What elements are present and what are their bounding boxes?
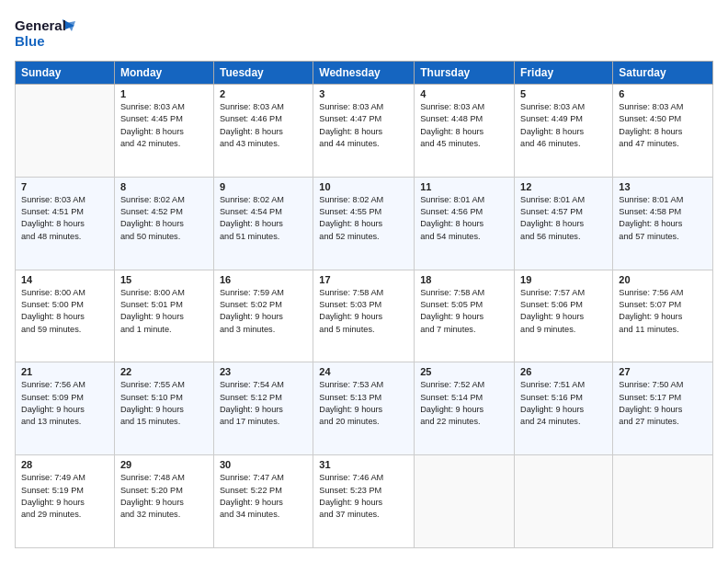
day-number: 22 <box>120 366 208 377</box>
day-number: 19 <box>520 274 607 285</box>
day-number: 23 <box>220 366 307 377</box>
day-cell: 22Sunrise: 7:55 AMSunset: 5:10 PMDayligh… <box>114 362 213 455</box>
day-cell: 25Sunrise: 7:52 AMSunset: 5:14 PMDayligh… <box>415 362 515 455</box>
day-number: 1 <box>120 88 208 99</box>
day-cell: 12Sunrise: 8:01 AMSunset: 4:57 PMDayligh… <box>515 177 613 270</box>
day-info: Sunrise: 8:03 AMSunset: 4:45 PMDaylight:… <box>120 101 208 150</box>
weekday-tuesday: Tuesday <box>213 62 313 85</box>
day-cell: 9Sunrise: 8:02 AMSunset: 4:54 PMDaylight… <box>213 177 313 270</box>
day-cell: 30Sunrise: 7:47 AMSunset: 5:22 PMDayligh… <box>213 455 313 548</box>
day-cell: 16Sunrise: 7:59 AMSunset: 5:02 PMDayligh… <box>213 270 313 362</box>
day-number: 8 <box>120 181 208 192</box>
day-info: Sunrise: 7:56 AMSunset: 5:07 PMDaylight:… <box>619 287 707 336</box>
week-row-5: 28Sunrise: 7:49 AMSunset: 5:19 PMDayligh… <box>16 455 713 548</box>
weekday-header-row: SundayMondayTuesdayWednesdayThursdayFrid… <box>16 62 713 85</box>
day-info: Sunrise: 8:00 AMSunset: 5:01 PMDaylight:… <box>120 287 208 336</box>
day-cell: 10Sunrise: 8:02 AMSunset: 4:55 PMDayligh… <box>313 177 415 270</box>
day-cell: 21Sunrise: 7:56 AMSunset: 5:09 PMDayligh… <box>16 362 115 455</box>
day-cell: 14Sunrise: 8:00 AMSunset: 5:00 PMDayligh… <box>16 270 115 362</box>
weekday-wednesday: Wednesday <box>313 62 415 85</box>
day-number: 4 <box>420 88 508 99</box>
day-info: Sunrise: 8:01 AMSunset: 4:58 PMDaylight:… <box>619 194 707 243</box>
weekday-saturday: Saturday <box>613 62 713 85</box>
day-number: 16 <box>220 274 307 285</box>
day-cell <box>613 455 713 548</box>
weekday-friday: Friday <box>515 62 613 85</box>
day-cell <box>16 85 115 178</box>
day-cell: 23Sunrise: 7:54 AMSunset: 5:12 PMDayligh… <box>213 362 313 455</box>
day-cell: 27Sunrise: 7:50 AMSunset: 5:17 PMDayligh… <box>613 362 713 455</box>
day-number: 18 <box>420 274 508 285</box>
day-info: Sunrise: 7:58 AMSunset: 5:03 PMDaylight:… <box>319 287 408 336</box>
day-number: 25 <box>420 366 508 377</box>
day-info: Sunrise: 7:59 AMSunset: 5:02 PMDaylight:… <box>220 287 307 336</box>
day-number: 21 <box>21 366 108 377</box>
day-cell: 26Sunrise: 7:51 AMSunset: 5:16 PMDayligh… <box>515 362 613 455</box>
day-number: 31 <box>319 459 408 470</box>
day-cell: 31Sunrise: 7:46 AMSunset: 5:23 PMDayligh… <box>313 455 415 548</box>
day-info: Sunrise: 8:03 AMSunset: 4:49 PMDaylight:… <box>520 101 607 150</box>
day-number: 20 <box>619 274 707 285</box>
day-info: Sunrise: 7:53 AMSunset: 5:13 PMDaylight:… <box>319 379 408 428</box>
day-cell <box>415 455 515 548</box>
logo-svg: GeneralBlue <box>15 15 88 52</box>
day-info: Sunrise: 7:46 AMSunset: 5:23 PMDaylight:… <box>319 472 408 521</box>
day-info: Sunrise: 8:03 AMSunset: 4:48 PMDaylight:… <box>420 101 508 150</box>
day-cell: 28Sunrise: 7:49 AMSunset: 5:19 PMDayligh… <box>16 455 115 548</box>
day-number: 9 <box>220 181 307 192</box>
day-cell: 24Sunrise: 7:53 AMSunset: 5:13 PMDayligh… <box>313 362 415 455</box>
day-info: Sunrise: 8:03 AMSunset: 4:47 PMDaylight:… <box>319 101 408 150</box>
svg-text:Blue: Blue <box>15 33 45 49</box>
weekday-monday: Monday <box>114 62 213 85</box>
week-row-2: 7Sunrise: 8:03 AMSunset: 4:51 PMDaylight… <box>16 177 713 270</box>
day-info: Sunrise: 8:02 AMSunset: 4:52 PMDaylight:… <box>120 194 208 243</box>
day-cell: 6Sunrise: 8:03 AMSunset: 4:50 PMDaylight… <box>613 85 713 178</box>
day-number: 5 <box>520 88 607 99</box>
calendar-container: GeneralBlue SundayMondayTuesdayWednesday… <box>0 0 728 563</box>
day-number: 28 <box>21 459 108 470</box>
day-number: 10 <box>319 181 408 192</box>
week-row-3: 14Sunrise: 8:00 AMSunset: 5:00 PMDayligh… <box>16 270 713 362</box>
day-number: 17 <box>319 274 408 285</box>
day-info: Sunrise: 8:03 AMSunset: 4:50 PMDaylight:… <box>619 101 707 150</box>
day-info: Sunrise: 8:03 AMSunset: 4:46 PMDaylight:… <box>220 101 307 150</box>
day-cell: 13Sunrise: 8:01 AMSunset: 4:58 PMDayligh… <box>613 177 713 270</box>
day-info: Sunrise: 7:57 AMSunset: 5:06 PMDaylight:… <box>520 287 607 336</box>
day-info: Sunrise: 8:00 AMSunset: 5:00 PMDaylight:… <box>21 287 108 336</box>
week-row-4: 21Sunrise: 7:56 AMSunset: 5:09 PMDayligh… <box>16 362 713 455</box>
day-info: Sunrise: 7:56 AMSunset: 5:09 PMDaylight:… <box>21 379 108 428</box>
day-number: 26 <box>520 366 607 377</box>
day-cell: 18Sunrise: 7:58 AMSunset: 5:05 PMDayligh… <box>415 270 515 362</box>
day-number: 14 <box>21 274 108 285</box>
day-info: Sunrise: 8:03 AMSunset: 4:51 PMDaylight:… <box>21 194 108 243</box>
day-number: 29 <box>120 459 208 470</box>
calendar-table: SundayMondayTuesdayWednesdayThursdayFrid… <box>15 61 713 548</box>
day-cell <box>515 455 613 548</box>
day-number: 6 <box>619 88 707 99</box>
day-cell: 8Sunrise: 8:02 AMSunset: 4:52 PMDaylight… <box>114 177 213 270</box>
day-number: 27 <box>619 366 707 377</box>
day-cell: 2Sunrise: 8:03 AMSunset: 4:46 PMDaylight… <box>213 85 313 178</box>
day-info: Sunrise: 7:54 AMSunset: 5:12 PMDaylight:… <box>220 379 307 428</box>
day-info: Sunrise: 7:55 AMSunset: 5:10 PMDaylight:… <box>120 379 208 428</box>
day-info: Sunrise: 7:49 AMSunset: 5:19 PMDaylight:… <box>21 472 108 521</box>
day-number: 3 <box>319 88 408 99</box>
header: GeneralBlue <box>15 15 713 52</box>
day-info: Sunrise: 7:58 AMSunset: 5:05 PMDaylight:… <box>420 287 508 336</box>
day-info: Sunrise: 7:47 AMSunset: 5:22 PMDaylight:… <box>220 472 307 521</box>
day-cell: 4Sunrise: 8:03 AMSunset: 4:48 PMDaylight… <box>415 85 515 178</box>
day-cell: 1Sunrise: 8:03 AMSunset: 4:45 PMDaylight… <box>114 85 213 178</box>
day-info: Sunrise: 8:02 AMSunset: 4:55 PMDaylight:… <box>319 194 408 243</box>
logo: GeneralBlue <box>15 15 88 52</box>
day-info: Sunrise: 8:01 AMSunset: 4:56 PMDaylight:… <box>420 194 508 243</box>
day-cell: 5Sunrise: 8:03 AMSunset: 4:49 PMDaylight… <box>515 85 613 178</box>
day-cell: 20Sunrise: 7:56 AMSunset: 5:07 PMDayligh… <box>613 270 713 362</box>
day-info: Sunrise: 8:02 AMSunset: 4:54 PMDaylight:… <box>220 194 307 243</box>
day-info: Sunrise: 7:50 AMSunset: 5:17 PMDaylight:… <box>619 379 707 428</box>
day-number: 2 <box>220 88 307 99</box>
day-cell: 17Sunrise: 7:58 AMSunset: 5:03 PMDayligh… <box>313 270 415 362</box>
day-number: 24 <box>319 366 408 377</box>
day-number: 13 <box>619 181 707 192</box>
day-info: Sunrise: 8:01 AMSunset: 4:57 PMDaylight:… <box>520 194 607 243</box>
day-cell: 11Sunrise: 8:01 AMSunset: 4:56 PMDayligh… <box>415 177 515 270</box>
